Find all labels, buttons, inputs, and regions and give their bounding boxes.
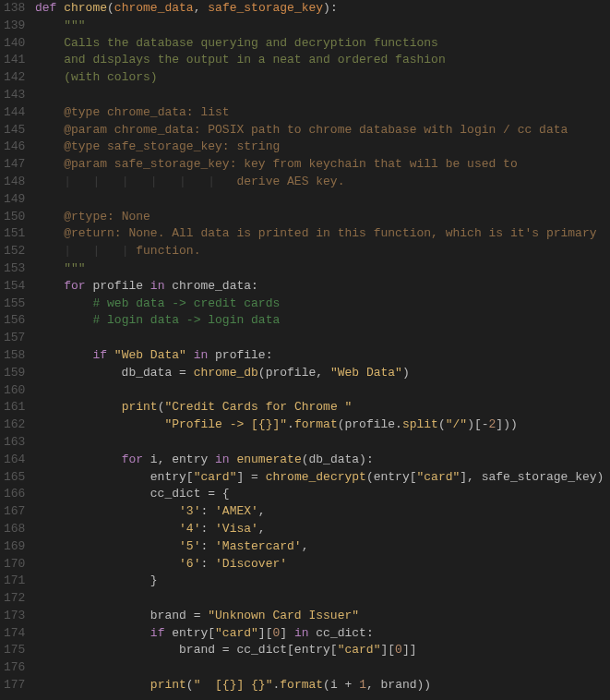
code-line[interactable]: @rtype: None xyxy=(35,209,604,226)
token-plain xyxy=(35,279,64,293)
token-plain xyxy=(35,504,179,518)
line-number: 139 xyxy=(4,18,24,35)
code-line[interactable]: '6': 'Discover' xyxy=(35,556,604,573)
code-line[interactable]: print("Credit Cards for Chrome " xyxy=(35,399,604,416)
code-line[interactable] xyxy=(35,382,604,400)
code-line[interactable]: '4': 'Visa', xyxy=(35,521,604,538)
token-str: '6' xyxy=(179,557,200,571)
token-plain xyxy=(35,261,64,275)
code-line[interactable] xyxy=(35,434,604,452)
token-plain xyxy=(35,175,64,188)
code-line[interactable]: @type chrome_data: list xyxy=(35,104,604,122)
token-plain xyxy=(35,226,64,240)
code-line[interactable]: | | | function. xyxy=(35,243,604,260)
token-plain: (db_data): xyxy=(302,453,374,466)
token-fn: chrome_decrypt xyxy=(266,470,366,484)
token-str: 'Visa' xyxy=(215,522,258,536)
line-number: 167 xyxy=(4,503,24,521)
code-line[interactable]: } xyxy=(35,573,604,590)
code-line[interactable]: (with colors) xyxy=(35,69,604,87)
token-fn: chrome xyxy=(64,1,107,15)
line-number: 141 xyxy=(4,52,24,69)
token-kw: in xyxy=(150,279,172,293)
token-fn: format xyxy=(294,417,338,431)
token-plain xyxy=(35,210,64,223)
line-number: 163 xyxy=(4,434,24,452)
line-number-gutter: 1381391401411421431441451461471481491501… xyxy=(0,0,31,700)
code-line[interactable]: """ xyxy=(35,260,604,278)
token-fn: chrome_db xyxy=(194,366,258,380)
token-plain xyxy=(35,296,92,310)
token-doctag: @type chrome_data: list xyxy=(64,105,229,119)
line-number: 172 xyxy=(4,590,24,608)
line-number: 166 xyxy=(4,486,24,503)
code-line[interactable] xyxy=(35,330,604,347)
code-line[interactable]: Calls the database querying and decrypti… xyxy=(35,35,604,53)
token-plain: , xyxy=(258,504,266,518)
line-number: 153 xyxy=(4,260,24,278)
line-number: 147 xyxy=(4,156,24,174)
token-comment: # web data -> credit cards xyxy=(92,296,280,310)
token-plain: } xyxy=(35,573,158,587)
token-plain: , xyxy=(194,1,209,15)
code-line[interactable]: if entry["card"][0] in cc_dict: xyxy=(35,625,604,643)
token-kw: for xyxy=(122,453,150,466)
token-plain: ][ xyxy=(380,643,395,657)
code-line[interactable]: @param safe_storage_key: key from keycha… xyxy=(35,156,604,174)
token-plain: ]] xyxy=(402,643,417,657)
token-kw: def xyxy=(35,1,64,15)
token-kw: in xyxy=(294,626,316,640)
code-line[interactable]: "Profile -> [{}]".format(profile.split("… xyxy=(35,416,604,434)
line-number: 152 xyxy=(4,243,24,260)
line-number: 144 xyxy=(4,104,24,122)
code-line[interactable]: @type safe_storage_key: string xyxy=(35,139,604,156)
token-indentmk: | | | | | | xyxy=(64,175,236,188)
token-comment: # login data -> login data xyxy=(92,313,280,327)
token-str: "Credit Cards for Chrome " xyxy=(164,400,352,414)
code-line[interactable]: '5': 'Mastercard', xyxy=(35,538,604,556)
token-fn: format xyxy=(280,678,323,692)
code-line[interactable] xyxy=(35,87,604,104)
code-editor[interactable]: 1381391401411421431441451461471481491501… xyxy=(0,0,610,700)
line-number: 171 xyxy=(4,573,24,590)
line-number: 165 xyxy=(4,469,24,487)
code-line[interactable] xyxy=(35,590,604,608)
code-line[interactable]: brand = cc_dict[entry["card"][0]] xyxy=(35,642,604,659)
code-line[interactable]: cc_dict = { xyxy=(35,486,604,503)
token-plain: ( xyxy=(186,678,194,692)
code-area[interactable]: def chrome(chrome_data, safe_storage_key… xyxy=(31,0,604,700)
code-line[interactable]: # login data -> login data xyxy=(35,312,604,330)
token-doctag: @type safe_storage_key: string xyxy=(64,139,280,153)
line-number: 148 xyxy=(4,174,24,191)
token-plain xyxy=(35,70,64,84)
code-line[interactable]: @return: None. All data is printed in th… xyxy=(35,225,604,243)
token-str: "Web Data" xyxy=(330,366,402,380)
token-plain xyxy=(35,123,64,137)
token-param: chrome_data xyxy=(114,1,194,15)
code-line[interactable]: if "Web Data" in profile: xyxy=(35,347,604,365)
code-line[interactable]: for i, entry in enumerate(db_data): xyxy=(35,452,604,469)
code-line[interactable]: # web data -> credit cards xyxy=(35,296,604,313)
code-line[interactable]: and displays the output in a neat and or… xyxy=(35,52,604,69)
token-doctag: derive AES key. xyxy=(236,175,344,188)
code-line[interactable] xyxy=(35,191,604,209)
code-line[interactable]: """ xyxy=(35,18,604,35)
code-line[interactable]: '3': 'AMEX', xyxy=(35,503,604,521)
code-line[interactable]: | | | | | | derive AES key. xyxy=(35,174,604,191)
code-line[interactable] xyxy=(35,659,604,677)
line-number: 168 xyxy=(4,521,24,538)
code-line[interactable]: brand = "Unknown Card Issuer" xyxy=(35,608,604,625)
token-plain: entry[ xyxy=(172,626,215,640)
token-plain: (entry[ xyxy=(366,470,417,484)
line-number: 164 xyxy=(4,452,24,469)
code-line[interactable]: @param chrome_data: POSIX path to chrome… xyxy=(35,122,604,139)
code-line[interactable]: print(" [{}] {}".format(i + 1, brand)) xyxy=(35,677,604,694)
line-number: 161 xyxy=(4,399,24,416)
token-doctag: @param safe_storage_key: key from keycha… xyxy=(64,157,517,171)
code-line[interactable]: entry["card"] = chrome_decrypt(entry["ca… xyxy=(35,469,604,487)
code-line[interactable]: for profile in chrome_data: xyxy=(35,278,604,296)
code-line[interactable]: def chrome(chrome_data, safe_storage_key… xyxy=(35,0,604,18)
line-number: 176 xyxy=(4,659,24,677)
code-line[interactable]: db_data = chrome_db(profile, "Web Data") xyxy=(35,365,604,382)
token-plain: , xyxy=(258,522,266,536)
